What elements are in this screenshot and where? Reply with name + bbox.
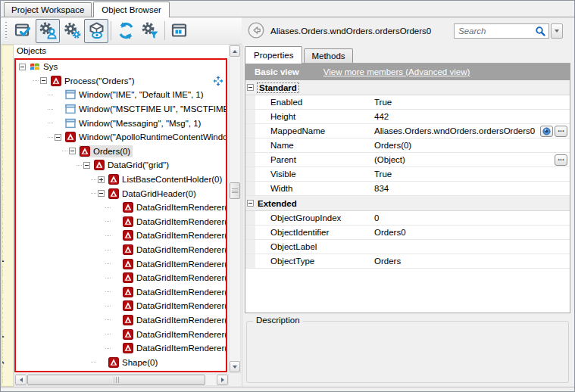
tree-item-content[interactable]: Window("ApolloRuntimeContentWindow", [64,131,227,143]
vertical-scroll-thumb[interactable] [230,182,240,199]
advanced-view-link[interactable]: View more members (Advanced view) [323,67,470,76]
tree-item-content[interactable]: DataGridItemRenderer(8) [122,314,227,326]
expander-minus-icon[interactable] [98,190,105,197]
tab-properties[interactable]: Properties [245,46,302,64]
expander-minus-icon[interactable] [40,77,47,84]
property-value[interactable]: 0 [374,213,570,222]
highlight-on-screen-button[interactable] [540,126,553,137]
panel-splitter[interactable] [242,45,242,387]
tree-item[interactable]: Window("Messaging", "Msg", 1) [16,116,226,130]
tree-item-content[interactable]: Shape(0) [108,356,160,369]
property-value[interactable]: Aliases.Orders.wndOrders.ordersOrders0 [374,126,540,135]
tree-item[interactable]: DataGridItemRenderer(4) [16,257,226,271]
tree-item[interactable]: DataGridItemRenderer(10 [16,341,226,356]
collapse-icon[interactable] [247,200,254,207]
property-value[interactable]: Orders [374,257,570,266]
property-row[interactable]: ObjectTypeOrders [245,254,570,269]
toolbar-gear-filter-button[interactable] [138,19,162,43]
back-button[interactable] [248,22,264,39]
scroll-up-button[interactable] [230,45,240,57]
property-value[interactable]: 834 [374,184,570,193]
property-group-header[interactable]: Extended [245,196,570,211]
property-row[interactable]: ObjectGroupIndex0 [245,211,570,226]
property-value[interactable]: True [374,170,570,179]
toolbar-gear-small-gear-button[interactable] [60,19,84,43]
tab-methods[interactable]: Methods [304,48,352,63]
property-row[interactable]: VisibleTrue [245,167,570,182]
tree-item-content[interactable]: DataGridItemRenderer(5) [122,272,227,284]
tree-vertical-scrollbar[interactable] [229,45,241,373]
property-row[interactable]: EnabledTrue [245,95,570,110]
property-row[interactable]: ObjectIdentifierOrders0 [245,226,570,240]
tree-item-content[interactable]: DataGridItemRenderer(6) [122,286,227,298]
tree-item[interactable]: ListBaseContentHolder(0) [16,173,226,187]
tree-item-content[interactable]: DataGridItemRenderer(4) [122,258,227,270]
tree-item-content[interactable]: Process("Orders") [50,75,137,87]
tree-item[interactable]: DataGridHeader(0) [16,186,226,201]
property-value[interactable]: 442 [374,112,570,121]
collapse-icon[interactable] [247,84,254,91]
expander-minus-icon[interactable] [55,134,61,141]
tree-item-content[interactable]: DataGridItemRenderer(3) [122,244,227,256]
tree-item-content[interactable]: Sys [29,61,60,73]
tree-item[interactable]: DataGridItemRenderer(5) [16,271,226,285]
search-options-button[interactable] [551,23,563,39]
tree-item[interactable]: Window("MSCTFIME UI", "MSCTFIME UI", [16,102,226,117]
tree-item-content[interactable]: DataGridItemRenderer(2) [122,229,227,241]
tree-item[interactable]: Shape(0) [16,355,226,369]
toolbar-gear-user-button[interactable] [36,19,60,43]
expander-minus-icon[interactable] [69,148,76,154]
property-row[interactable]: MappedNameAliases.Orders.wndOrders.order… [245,124,570,138]
tree-item[interactable]: DataGridItemRenderer(9) [16,327,226,341]
tree-item[interactable]: DataGridItemRenderer(0) [16,201,226,215]
tree-item[interactable]: DataGridItemRenderer(7) [16,299,226,313]
tree-item-content[interactable]: ListBaseContentHolder(0) [108,173,224,185]
ellipsis-button[interactable]: ... [555,126,567,137]
property-value[interactable]: Orders(0) [374,141,570,150]
ellipsis-button[interactable]: ... [555,154,567,166]
toolbar-cube-eye-button[interactable] [84,19,108,43]
expander-minus-icon[interactable] [83,162,90,169]
toolbar-grip-handle[interactable] [5,22,7,40]
tree-item-content[interactable]: DataGridItemRenderer(0) [122,201,227,213]
tree-item-content[interactable]: DataGridItemRenderer(7) [122,300,227,312]
tree-item-content[interactable]: Window("IME", "Default IME", 1) [64,89,206,101]
tree-item[interactable]: Window("IME", "Default IME", 1) [16,88,226,102]
tree-item[interactable]: DataGrid("grid") [16,158,226,173]
tree-item[interactable]: DataGridItemRenderer(2) [16,229,226,243]
collapsed-note-panel[interactable]: the system processes and the processes t… [2,45,14,387]
tree-item[interactable]: Sys [16,60,226,74]
tree-item-content[interactable]: Window("MSCTFIME UI", "MSCTFIME UI", [64,103,227,115]
tree-item[interactable]: Orders(0) [16,145,226,159]
property-row[interactable]: Width834 [245,182,570,196]
tab-project-workspace[interactable]: Project Workspace [4,2,92,17]
tree-item-content[interactable]: Window("Messaging", "Msg", 1) [64,117,203,129]
expander-minus-icon[interactable] [19,64,26,70]
property-value[interactable]: True [374,98,570,107]
property-row[interactable]: ObjectLabel [245,240,570,254]
property-value[interactable]: (Object) [374,155,555,164]
tree-item-content[interactable]: DataGridItemRenderer(1) [122,216,227,228]
tree-item[interactable]: DataGridItemRenderer(6) [16,285,226,300]
toolbar-refresh-button[interactable] [114,19,138,43]
property-row[interactable]: Parent(Object)... [245,153,570,167]
tree-item[interactable]: Process("Orders") [16,74,226,89]
tree-item-content[interactable]: DataGridHeader(0) [108,188,198,200]
tree-item[interactable]: DataGridItemRenderer(1) [16,215,226,229]
tree-item-content[interactable]: DataGridItemRenderer(9) [122,328,227,341]
property-row[interactable]: NameOrders(0) [245,138,570,153]
tab-object-browser[interactable]: Object Browser [93,2,170,17]
tree-item-content[interactable]: Orders(0) [79,145,133,157]
search-icon[interactable] [535,26,545,36]
horizontal-scroll-thumb[interactable] [27,375,205,385]
property-group-header[interactable]: Standard [245,80,570,95]
scroll-left-button[interactable] [15,375,27,385]
toolbar-panel-window-button[interactable] [167,19,192,43]
scroll-down-button[interactable] [230,361,240,372]
tree-item-content[interactable]: DataGridItemRenderer(10 [122,342,227,354]
tree-horizontal-scrollbar[interactable] [14,374,229,386]
expander-plus-icon[interactable] [98,176,105,183]
tree-item[interactable]: DataGridItemRenderer(3) [16,243,226,257]
property-row[interactable]: Height442 [245,110,570,124]
tree-item-content[interactable]: DataGrid("grid") [93,159,171,171]
